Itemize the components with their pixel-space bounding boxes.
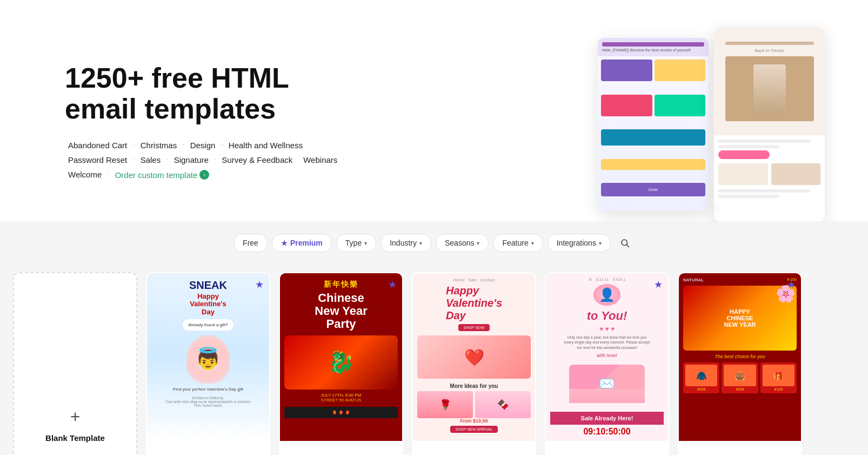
love-avatar: 👤 — [593, 284, 620, 306]
tag-password-reset[interactable]: Password Reset — [65, 154, 130, 166]
hero-title: 1250+ free HTMLemail templates — [65, 63, 598, 124]
filter-bar: Free ★ Premium Type ▾ Industry ▾ Seasons… — [0, 222, 868, 263]
mock-email-header: Hello, [FNAME]! Become the best version … — [598, 38, 709, 56]
filter-type-button[interactable]: Type ▾ — [336, 234, 376, 252]
tag-webinars[interactable]: Webinars — [300, 154, 340, 166]
filter-free-label: Free — [243, 239, 258, 247]
cny-party-image: 🐉 — [284, 335, 398, 390]
filter-seasons-button[interactable]: Seasons ▾ — [436, 234, 489, 252]
blank-template-card[interactable]: + Blank Template — [13, 272, 137, 455]
mock-email-body: Order — [598, 56, 709, 211]
mock-fashion-top: Back to Trends — [714, 27, 825, 135]
cny2-product-1-image: 🧥 — [685, 365, 717, 386]
blank-template-label: Blank Template — [45, 433, 105, 443]
cny-dark-text: 🏮 🏮 🏮 — [288, 410, 395, 415]
cny2-logo: NATURAL — [683, 278, 704, 282]
hero-section: 1250+ free HTMLemail templates Abandoned… — [0, 0, 868, 222]
love-envelope: ✉️ — [569, 365, 645, 403]
cny2-product-1: 🧥 ¥299 — [683, 362, 719, 393]
cny2-top-bar: NATURAL ¥ 200 — [683, 278, 797, 282]
vday-footer: Hi Marron Wilkova,Cue ante mon deja ou l… — [165, 396, 251, 407]
vpink-shop-btn: SHOP NOW — [458, 324, 490, 331]
seasons-chevron-icon: ▾ — [477, 240, 479, 246]
filter-integrations-label: Integrations — [557, 239, 596, 247]
cny-chinese-text: 新年快樂 — [324, 280, 358, 289]
filter-feature-label: Feature — [502, 239, 528, 247]
hero-preview-right: Back to Trends — [714, 27, 825, 222]
vpink-price: From $19,99 — [460, 418, 488, 424]
template-preview-cny-natural: NATURAL ¥ 200 HAPPYCHINESENEW YEAR 🌸 The… — [679, 273, 801, 441]
love-price-item2: $ 914.1 — [613, 278, 625, 282]
love-countdown: 09:10:50:00 — [583, 427, 630, 437]
hero-images: Hello, [FNAME]! Become the best version … — [598, 22, 825, 222]
cny2-product-3-price: ¥199 — [763, 387, 794, 391]
template-preview-cny-party: 新年快樂 ChineseNew YearParty 🐉 JULY 17TH, 8… — [280, 273, 402, 441]
type-chevron-icon: ▾ — [364, 240, 367, 246]
love-body-text: Only one day a year, but know that we lo… — [564, 335, 650, 351]
premium-star-icon: ★ — [255, 279, 264, 291]
love-title: to You! — [587, 309, 627, 323]
hero-tags: Abandoned Cart · Christmas · Design · He… — [65, 140, 346, 181]
template-card-cny-party[interactable]: ★ 新年快樂 ChineseNew YearParty 🐉 JULY 17TH,… — [279, 272, 403, 455]
template-card-cny-natural[interactable]: ★ NATURAL ¥ 200 HAPPYCHINESENEW YEAR 🌸 T… — [678, 272, 802, 455]
svg-line-1 — [626, 245, 629, 247]
vday-find-text: Find your perfect Valentine's Day gift — [173, 387, 243, 392]
feature-chevron-icon: ▾ — [531, 240, 534, 246]
premium-star-icon: ★ — [787, 279, 796, 291]
template-preview-valentine-pink: Home Sale Contact HappyValentine'sDay SH… — [413, 273, 535, 441]
vday-sneak-title: SNEAK — [189, 280, 227, 291]
filter-feature-button[interactable]: Feature ▾ — [493, 234, 543, 252]
vpink-view-btn: SHOP NEW ARRIVAL — [450, 426, 498, 433]
filter-integrations-button[interactable]: Integrations ▾ — [547, 234, 611, 252]
filter-seasons-label: Seasons — [445, 239, 474, 247]
template-card-love-letter[interactable]: ★ ☰ $ 14.11 $ 914.1 👤 to You! ♥ ♥ ♥ Only… — [545, 272, 669, 455]
templates-section: + Blank Template ★ SNEAK HappyValentine'… — [0, 263, 868, 455]
hero-preview-left: Hello, [FNAME]! Become the best version … — [598, 38, 709, 211]
love-nav-item: ☰ — [589, 278, 592, 282]
order-custom-arrow-icon: › — [199, 170, 209, 180]
vday-bubble: Already found a gift? — [183, 319, 233, 331]
hero-content: 1250+ free HTMLemail templates Abandoned… — [65, 63, 598, 181]
cny2-tagline: The best choice for you — [683, 354, 797, 359]
vpink-nav-home: Home — [453, 278, 465, 282]
integrations-chevron-icon: ▾ — [599, 240, 602, 246]
tag-abandoned-cart[interactable]: Abandoned Cart — [65, 140, 130, 151]
filter-free-button[interactable]: Free — [233, 234, 268, 252]
filter-type-label: Type — [345, 239, 362, 247]
tag-order-custom[interactable]: Order custom template › — [112, 169, 213, 181]
cny2-product-1-price: ¥299 — [685, 387, 717, 391]
filter-premium-button[interactable]: ★ Premium — [272, 234, 332, 252]
vpink-product-1: 🌹 — [417, 391, 473, 418]
template-card-valentine-sneak[interactable]: ★ SNEAK HappyValentine'sDay Already foun… — [146, 272, 270, 455]
vpink-title: HappyValentine'sDay — [446, 285, 502, 322]
vday-main-text: HappyValentine'sDay — [190, 293, 226, 316]
cny2-product-3: 🎁 ¥199 — [760, 362, 797, 393]
tag-signature[interactable]: Signature — [171, 154, 212, 166]
vday-cupid-icon: 👼 — [186, 335, 230, 384]
cny2-products: 🧥 ¥299 👜 ¥399 🎁 ¥199 — [683, 362, 797, 393]
search-button[interactable] — [615, 233, 635, 253]
cny-title: ChineseNew YearParty — [315, 292, 367, 331]
tag-welcome[interactable]: Welcome — [65, 169, 105, 181]
cny2-product-2: 👜 ¥399 — [722, 362, 758, 393]
love-price-item: $ 14.11 — [596, 278, 609, 282]
tag-design[interactable]: Design — [187, 140, 219, 151]
tag-christmas[interactable]: Christmas — [137, 140, 181, 151]
template-preview-valentine-sneak: SNEAK HappyValentine'sDay Already found … — [147, 273, 269, 441]
template-card-valentine-pink[interactable]: Home Sale Contact HappyValentine'sDay SH… — [412, 272, 536, 455]
vpink-nav-contact: Contact — [480, 278, 495, 282]
tag-health-wellness[interactable]: Health and Wellness — [225, 140, 306, 151]
tag-sales[interactable]: Sales — [137, 154, 164, 166]
premium-star-icon: ★ — [281, 239, 288, 247]
cny-dark-section: 🏮 🏮 🏮 — [284, 407, 398, 418]
vpink-nav-sale: Sale — [468, 278, 477, 282]
vpink-section-title: More Ideas for you — [450, 383, 498, 389]
filter-industry-button[interactable]: Industry ▾ — [380, 234, 431, 252]
cny2-product-2-price: ¥399 — [724, 387, 756, 391]
love-sale-banner: Sale Already Here! — [550, 412, 664, 425]
tag-survey-feedback[interactable]: Survey & Feedback — [218, 154, 296, 166]
cny2-product-2-image: 👜 — [724, 365, 756, 386]
mock-fashion-bottom — [714, 135, 825, 202]
template-preview-love-letter: ☰ $ 14.11 $ 914.1 👤 to You! ♥ ♥ ♥ Only o… — [546, 273, 668, 441]
cny2-product-3-image: 🎁 — [763, 365, 794, 386]
